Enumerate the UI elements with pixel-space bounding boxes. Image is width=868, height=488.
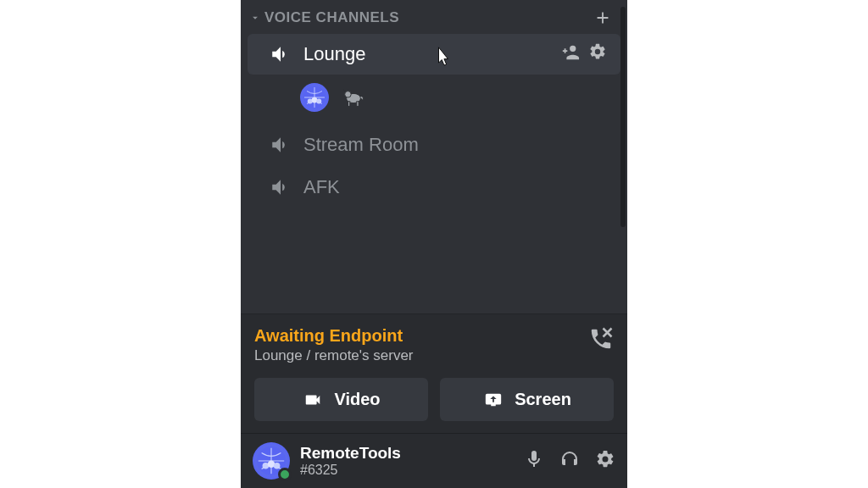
deafen-icon[interactable] xyxy=(559,449,580,473)
voice-channel-lounge[interactable]: Lounge xyxy=(248,34,620,75)
channel-name: Lounge xyxy=(303,43,561,65)
user-avatar[interactable] xyxy=(253,442,290,480)
voice-channels-header[interactable]: VOICE CHANNELS xyxy=(241,0,627,32)
channel-member-row xyxy=(241,76,627,124)
speaker-icon xyxy=(270,176,292,198)
svg-point-2 xyxy=(312,97,318,103)
dog-status-icon xyxy=(341,86,366,109)
username: RemoteTools xyxy=(300,444,514,463)
user-discriminator: #6325 xyxy=(300,463,514,478)
voice-connection-panel: Awaiting Endpoint Lounge / remote's serv… xyxy=(241,313,627,433)
svg-rect-7 xyxy=(357,102,359,107)
online-status-icon xyxy=(278,468,292,481)
screen-button-label: Screen xyxy=(515,390,571,409)
connection-location: Lounge / remote's server xyxy=(254,347,588,364)
member-avatar[interactable] xyxy=(300,83,329,112)
svg-point-3 xyxy=(316,99,321,104)
user-panel: RemoteTools #6325 xyxy=(241,433,627,488)
video-button[interactable]: Video xyxy=(254,378,428,421)
video-button-label: Video xyxy=(334,390,380,409)
channel-sidebar: VOICE CHANNELS Lounge xyxy=(241,0,627,488)
speaker-icon xyxy=(270,134,292,156)
scrollbar[interactable] xyxy=(620,7,626,227)
disconnect-icon[interactable] xyxy=(588,326,614,352)
channel-name: Stream Room xyxy=(303,134,607,156)
section-title: VOICE CHANNELS xyxy=(264,9,593,26)
user-settings-icon[interactable] xyxy=(595,449,615,473)
chevron-down-icon xyxy=(249,12,261,24)
add-channel-icon[interactable] xyxy=(593,8,612,27)
speaker-icon xyxy=(270,43,292,65)
svg-point-5 xyxy=(345,92,352,98)
channel-name: AFK xyxy=(303,176,607,198)
voice-channel-stream-room[interactable]: Stream Room xyxy=(248,125,620,164)
mute-icon[interactable] xyxy=(524,449,544,473)
gear-icon[interactable] xyxy=(588,42,607,66)
svg-point-10 xyxy=(268,461,275,469)
voice-channel-afk[interactable]: AFK xyxy=(248,168,620,207)
connection-state: Awaiting Endpoint xyxy=(254,326,588,346)
invite-icon[interactable] xyxy=(561,42,580,66)
screen-share-button[interactable]: Screen xyxy=(440,378,614,421)
svg-rect-6 xyxy=(348,102,349,107)
svg-point-11 xyxy=(274,463,281,469)
